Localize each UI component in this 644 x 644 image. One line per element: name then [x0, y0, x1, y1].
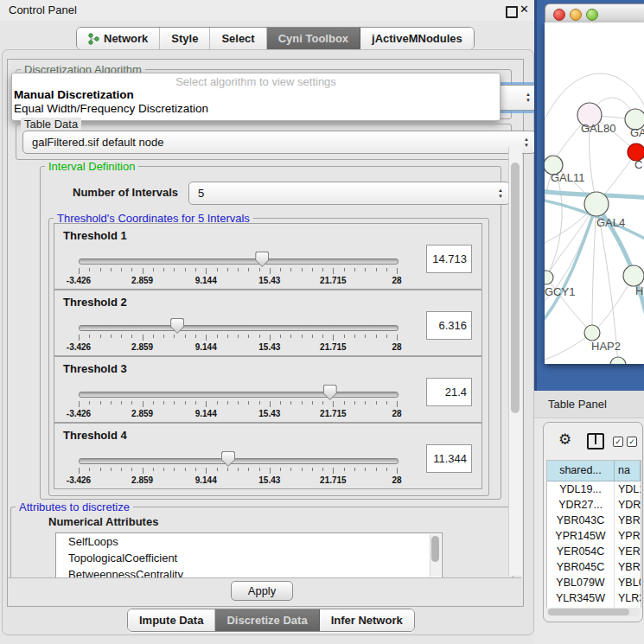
- attributes-title: Attributes to discretize: [16, 501, 133, 513]
- cell-shared-name[interactable]: YDR27...: [547, 497, 615, 513]
- tick-mark: [280, 401, 281, 405]
- network-canvas[interactable]: GAL80GACGAL11GAL4HGCY1HAP2: [545, 22, 644, 364]
- column-layout-icon[interactable]: [587, 433, 604, 450]
- threshold-value-field[interactable]: 21.4: [426, 378, 472, 406]
- close-icon[interactable]: ✕: [520, 3, 529, 16]
- tick-mark: [238, 335, 239, 338]
- tick-mark: [259, 268, 260, 271]
- list-scrollbar[interactable]: [430, 534, 441, 577]
- bottom-tab-bar: Impute DataDiscretize DataInfer Network: [127, 609, 415, 632]
- cell-shared-name[interactable]: YBR043C: [547, 513, 615, 528]
- numerical-attributes-list[interactable]: SelfLoopsTopologicalCoefficientBetweenne…: [55, 532, 443, 578]
- slider-track[interactable]: [79, 258, 399, 265]
- threshold-value-field[interactable]: 11.344: [426, 444, 472, 473]
- node-hap2[interactable]: [584, 325, 600, 341]
- cell-shared-name[interactable]: YLR345W: [547, 590, 615, 606]
- cell-name[interactable]: YBR0: [615, 513, 641, 528]
- table-row[interactable]: YDL19...YDL1: [547, 481, 641, 497]
- tab-select[interactable]: Select: [210, 28, 266, 49]
- slider-track[interactable]: [79, 458, 399, 464]
- cell-name[interactable]: YBR0: [615, 559, 641, 575]
- cell-name[interactable]: YDR2: [615, 497, 641, 513]
- cell-name[interactable]: YBL0: [615, 575, 641, 590]
- tab-infer-network[interactable]: Infer Network: [320, 609, 414, 631]
- attribute-list-item[interactable]: BetweennessCentrality: [56, 566, 442, 578]
- table-row[interactable]: YLR345WYLR3: [547, 590, 641, 606]
- cell-shared-name[interactable]: YBL079W: [547, 575, 615, 590]
- cell-name[interactable]: YER0: [615, 544, 641, 559]
- table-data-combobox[interactable]: galFiltered.sif default node ▲▼: [22, 131, 536, 154]
- minimize-traffic-light[interactable]: [570, 9, 582, 21]
- tick-mark: [386, 335, 387, 338]
- tab-network[interactable]: Network: [77, 28, 160, 49]
- tick-mark: [174, 401, 175, 405]
- cell-name[interactable]: YDL1: [615, 481, 641, 497]
- tick-mark: [259, 468, 260, 471]
- list-scrollbar-thumb[interactable]: [431, 536, 439, 562]
- attribute-list-item[interactable]: SelfLoops: [56, 533, 442, 550]
- attribute-list-item[interactable]: TopologicalCoefficient: [56, 550, 442, 566]
- tab-label: Select: [221, 32, 254, 45]
- checkbox-icon[interactable]: ✓: [627, 437, 637, 447]
- number-of-intervals-combobox[interactable]: 5 ▲▼: [188, 182, 510, 205]
- slider-thumb[interactable]: [323, 385, 337, 400]
- table-horizontal-scrollbar[interactable]: [546, 608, 640, 616]
- node-gal4[interactable]: [584, 192, 609, 216]
- cell-name[interactable]: YLR3: [615, 590, 641, 606]
- cell-shared-name[interactable]: YBR045C: [547, 559, 615, 575]
- cell-shared-name[interactable]: YDL19...: [547, 481, 615, 497]
- tab-discretize-data[interactable]: Discretize Data: [215, 609, 319, 631]
- apply-button[interactable]: Apply: [231, 581, 293, 601]
- column-header-name[interactable]: na: [615, 461, 641, 481]
- table-row[interactable]: YDR27...YDR2: [547, 497, 641, 513]
- tick-mark: [354, 335, 355, 338]
- tick-mark: [354, 268, 355, 271]
- slider-thumb[interactable]: [221, 451, 235, 467]
- dropdown-item-equal-width[interactable]: Equal Width/Frequency Discretization: [14, 102, 208, 115]
- tick-mark: [121, 401, 122, 405]
- tab-impute-data[interactable]: Impute Data: [128, 609, 215, 631]
- tick-label: 15.43: [247, 409, 292, 418]
- float-window-icon[interactable]: [506, 6, 518, 18]
- tick-mark: [206, 335, 207, 341]
- node-gcy1[interactable]: [545, 271, 553, 284]
- tick-label: 28: [374, 342, 419, 352]
- slider-thumb[interactable]: [255, 252, 269, 267]
- slider-thumb[interactable]: [170, 318, 184, 334]
- tick-mark: [322, 401, 323, 405]
- table-hscroll-thumb[interactable]: [548, 609, 629, 615]
- tick-mark: [163, 468, 164, 471]
- tab-style[interactable]: Style: [160, 28, 210, 49]
- cell-name[interactable]: YPR1: [615, 528, 641, 544]
- slider-track[interactable]: [79, 392, 399, 398]
- tab-cyni-toolbox[interactable]: Cyni Toolbox: [267, 28, 360, 49]
- table-row[interactable]: YPR145WYPR1: [547, 528, 641, 544]
- node-h[interactable]: [623, 265, 644, 286]
- table-row[interactable]: YBR043CYBR0: [547, 513, 641, 528]
- tick-label: -3.426: [56, 409, 101, 418]
- table-row[interactable]: YBR045CYBR0: [547, 559, 641, 575]
- node-table[interactable]: shared... na YDL19...YDL1YDR27...YDR2YBR…: [546, 460, 641, 608]
- pane-scrollbar[interactable]: [508, 147, 522, 576]
- tick-mark: [344, 268, 345, 271]
- zoom-traffic-light[interactable]: [586, 9, 598, 21]
- tab-jactivemnodules[interactable]: jActiveMNodules: [360, 28, 474, 49]
- panel-title: Control Panel: [9, 3, 77, 16]
- checkbox-icon[interactable]: ✓: [613, 437, 623, 447]
- threshold-value-field[interactable]: 6.316: [426, 311, 472, 340]
- cell-shared-name[interactable]: YER054C: [547, 544, 615, 559]
- tick-label: -3.426: [56, 276, 101, 285]
- cell-shared-name[interactable]: YPR145W: [547, 528, 615, 544]
- gear-icon[interactable]: ⚙: [558, 430, 571, 449]
- threshold-value-field[interactable]: 14.713: [426, 245, 472, 273]
- node[interactable]: [610, 357, 626, 364]
- dropdown-item-manual[interactable]: Manual Discretization: [14, 88, 134, 101]
- close-traffic-light[interactable]: [553, 9, 565, 21]
- table-row[interactable]: YBL079WYBL0: [547, 575, 641, 590]
- tick-mark: [397, 335, 398, 341]
- slider-track[interactable]: [79, 325, 399, 331]
- column-header-shared-name[interactable]: shared...: [547, 461, 615, 481]
- table-row[interactable]: YER054CYER0: [547, 544, 641, 559]
- tick-mark: [227, 401, 228, 405]
- pane-scrollbar-thumb[interactable]: [511, 163, 520, 413]
